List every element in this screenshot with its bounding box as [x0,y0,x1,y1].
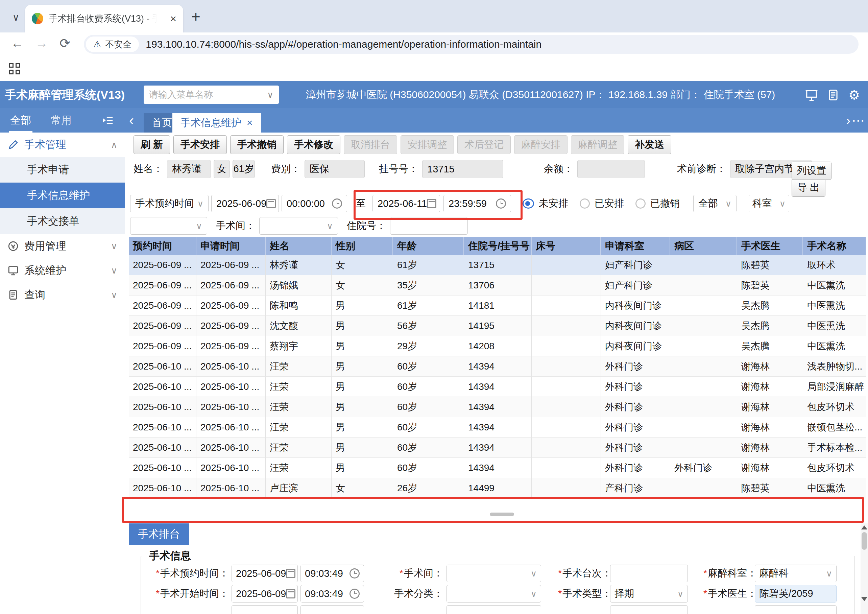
partial-input-1[interactable] [610,605,688,614]
screen-board-icon[interactable] [805,88,818,101]
radio-icon[interactable] [522,198,534,209]
toolbar-button-0[interactable]: 刷 新 [133,135,170,154]
scroll-down-icon[interactable] [861,597,867,601]
toolbar-button-1[interactable]: 手术安排 [174,135,227,154]
document-list-icon[interactable] [827,88,840,101]
sidebar-item-0-1[interactable]: 手术信息维护 [0,183,125,208]
table-row-1[interactable]: 2025-06-09 ...2025-06-09 ...汤锦娥女35岁13706… [129,275,866,296]
start-date-input[interactable]: 2025-06-09 [231,585,298,603]
radio-icon[interactable] [580,198,590,209]
table-row-9[interactable]: 2025-06-10 ...2025-06-10 ...汪荣男60岁14394外… [129,437,866,458]
tabs-scroll-left-icon[interactable]: ‹ [129,108,134,133]
sidebar-section-3[interactable]: 查询∨ [0,283,125,307]
tab-close-icon[interactable]: × [170,13,177,24]
inpatient-no-input[interactable] [390,217,468,235]
menu-fold-icon[interactable] [101,114,114,127]
status-radio-1[interactable]: 已安排 [580,197,624,210]
table-row-0[interactable]: 2025-06-09 ...2025-06-09 ...林秀谨女61岁13715… [129,255,866,275]
table-row-3[interactable]: 2025-06-09 ...2025-06-09 ...沈文馥男56岁14195… [129,316,866,336]
export-button[interactable]: 导 出 [792,178,825,197]
column-header-10[interactable]: 手术名称 [803,237,866,255]
partial-input-2[interactable] [755,605,837,614]
gear-icon[interactable]: ⚙ [848,88,861,101]
category-select[interactable]: ∨ [446,585,541,603]
apps-grid-icon[interactable] [9,63,20,74]
tab-close-icon[interactable]: × [247,117,253,129]
extra-select[interactable]: ∨ [130,217,207,235]
toolbar-button-2[interactable]: 手术撤销 [230,135,284,154]
new-tab-button[interactable]: + [191,8,200,26]
sidebar-section-0[interactable]: 手术管理∧ [0,133,125,157]
table-row-2[interactable]: 2025-06-09 ...2025-06-09 ...陈和鸣男61岁14181… [129,296,866,316]
table-row-4[interactable]: 2025-06-09 ...2025-06-09 ...蔡翔宇男29岁14208… [129,336,866,357]
column-header-3[interactable]: 性别 [332,237,393,255]
table-row-8[interactable]: 2025-06-10 ...2025-06-10 ...汪荣男60岁14394外… [129,417,866,437]
toolbar-button-3[interactable]: 手术修改 [287,135,340,154]
column-header-0[interactable]: 预约时间 [129,237,196,255]
gender-field: 女 [214,160,230,178]
menu-group-common[interactable]: 常用 [51,108,72,133]
partial-date-input[interactable] [231,605,298,614]
column-header-1[interactable]: 申请时间 [196,237,266,255]
toolbar-button-9[interactable]: 补发送 [628,135,671,154]
table-no-input[interactable] [610,564,688,582]
time-from-input[interactable]: 00:00:00 [282,195,347,212]
cell: 14394 [464,357,532,377]
column-header-5[interactable]: 住院号/挂号号 [464,237,532,255]
partial-select[interactable] [446,605,541,614]
table-row-6[interactable]: 2025-06-10 ...2025-06-10 ...汪荣男60岁14394外… [129,377,866,397]
doctor-input[interactable]: 陈碧英/2059 [755,585,837,603]
tab-operation-info-maintain[interactable]: 手术信息维护 × [172,113,261,133]
menu-search-select[interactable]: 请输入菜单名称 ∨ [144,85,279,104]
reload-icon[interactable]: ⟳ [59,36,70,51]
radio-icon[interactable] [636,198,646,209]
sidebar-item-0-2[interactable]: 手术交接单 [0,208,125,234]
column-header-7[interactable]: 申请科室 [601,237,670,255]
sidebar-section-2[interactable]: 系统维护∨ [0,258,125,283]
forward-icon[interactable]: → [35,36,48,50]
back-icon[interactable]: ← [11,36,24,50]
table-row-11[interactable]: 2025-06-10 ...2025-06-10 ...卢庄滨女26岁14499… [129,478,866,498]
date-to-input[interactable]: 2025-06-11 [372,195,440,212]
address-bar[interactable]: ⚠ 不安全 193.100.10.74:8000/his-ss/app/#/op… [84,35,859,54]
table-row-5[interactable]: 2025-06-10 ...2025-06-10 ...汪荣男60岁14394外… [129,357,866,377]
cell: 2025-06-10 ... [196,377,266,397]
vertical-scrollbar[interactable] [860,523,868,614]
table-row-10[interactable]: 2025-06-10 ...2025-06-10 ...汪荣男60岁14394外… [129,458,866,478]
column-header-8[interactable]: 病区 [670,237,737,255]
horizontal-scrollbar-thumb[interactable] [490,513,514,516]
status-radio-0[interactable]: 未安排 [522,197,568,210]
security-chip[interactable]: ⚠ 不安全 [86,37,139,52]
browser-tab[interactable]: 手术排台收费系统(V13) - 手术信息维护 × [25,5,183,33]
column-header-2[interactable]: 姓名 [266,237,332,255]
time-to-input[interactable]: 23:59:59 [443,195,511,212]
url-text[interactable]: 193.100.10.74:8000/his-ss/app/#/operatio… [146,39,541,50]
column-header-6[interactable]: 床号 [532,237,601,255]
scroll-up-icon[interactable] [861,526,867,529]
column-settings-button[interactable]: 列设置 [792,161,831,180]
time-type-select[interactable]: 手术预约时间∨ [130,195,209,212]
sidebar-item-0-0[interactable]: 手术申请 [0,157,125,183]
anesth-dept-select[interactable]: 麻醉科∨ [755,564,837,582]
vertical-scrollbar-thumb[interactable] [862,532,867,550]
schedule-clock-input[interactable]: 09:03:49 [301,564,364,582]
table-row-7[interactable]: 2025-06-10 ...2025-06-10 ...汪荣男60岁14394外… [129,397,866,417]
sidebar-section-1[interactable]: 费用管理∨ [0,234,125,258]
tabs-more-icon[interactable]: ⋯ [852,108,865,133]
partial-clock-input[interactable] [301,605,364,614]
scope-select[interactable]: 全部∨ [693,195,736,212]
tabs-scroll-right-icon[interactable]: › [846,108,851,133]
column-header-4[interactable]: 年龄 [393,237,464,255]
schedule-date-input[interactable]: 2025-06-09 [231,564,298,582]
tab-operation-scheduling[interactable]: 手术排台 [129,523,189,545]
start-clock-input[interactable]: 09:03:49 [301,585,364,603]
type-select[interactable]: 择期∨ [610,585,688,603]
room-select[interactable]: ∨ [446,564,541,582]
dept-select[interactable]: 科室∨ [749,195,789,212]
tab-search-icon[interactable]: ∨ [9,10,23,24]
column-header-9[interactable]: 手术医生 [737,237,803,255]
menu-group-all[interactable]: 全部 [10,108,31,133]
room-filter-select[interactable]: ∨ [259,217,338,235]
status-radio-2[interactable]: 已撤销 [636,197,680,210]
date-from-input[interactable]: 2025-06-09 [211,195,279,212]
